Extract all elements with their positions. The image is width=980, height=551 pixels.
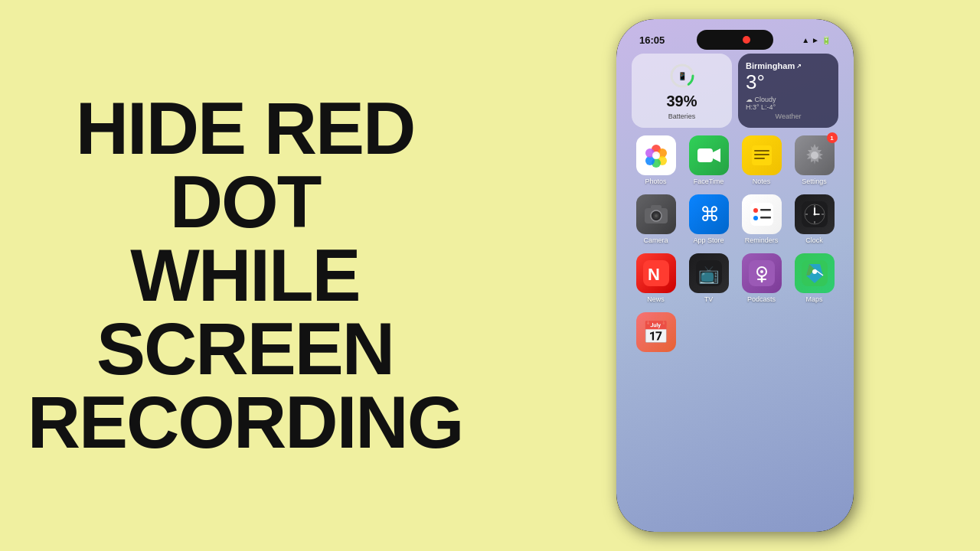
podcasts-label: Podcasts [747,295,776,303]
camera-icon [636,194,676,234]
recording-dot [743,36,750,44]
app-facetime[interactable]: FaceTime [684,135,733,185]
maps-icon [795,253,835,293]
status-time: 16:05 [639,34,665,46]
tv-icon: 📺 [689,253,729,293]
photos-label: Photos [645,178,666,185]
dynamic-island [697,30,773,50]
camera-label: Camera [643,236,668,244]
settings-badge: 1 [827,132,838,143]
app-settings[interactable]: 1 Settings [790,135,838,185]
svg-rect-14 [754,154,769,155]
svg-rect-23 [750,203,773,226]
svg-text:📱: 📱 [678,71,688,81]
app-clock[interactable]: Clock [790,194,838,244]
app-photos[interactable]: Photos [632,135,680,185]
partial-icon1: 📅 [636,312,676,352]
photos-icon [636,135,676,175]
svg-rect-18 [651,205,662,210]
app-maps[interactable]: Maps [790,253,838,303]
reminders-icon [742,194,782,234]
svg-rect-25 [760,209,771,211]
facetime-icon [689,135,729,175]
app-tv[interactable]: 📺 TV [684,253,733,303]
notes-label: Notes [753,178,771,185]
news-icon: N [636,253,676,293]
weather-label: Weather [746,112,831,120]
svg-point-9 [652,152,660,159]
battery-ring: 📱 [668,62,696,90]
appstore-icon: ⌘ [689,194,729,234]
app-grid-row3: N News 📺 TV [622,249,848,308]
notes-icon [742,135,782,175]
svg-rect-13 [754,150,769,152]
phone-mockup: 16:05 ▲ ► 🔋 📱 [616,19,854,532]
settings-label: Settings [802,178,827,185]
app-news[interactable]: N News [632,253,680,303]
status-icons: ▲ ► 🔋 [802,36,831,44]
svg-text:⌘: ⌘ [700,203,720,226]
phone-screen: 16:05 ▲ ► 🔋 📱 [616,19,854,532]
svg-text:📺: 📺 [698,264,720,285]
app-appstore[interactable]: ⌘ App Store [684,194,733,244]
podcasts-icon [742,253,782,293]
appstore-label: App Store [693,236,724,244]
widgets-row: 📱 39% Batteries Birmingham ↗ 3° ☁ Cloudy [622,51,848,131]
svg-rect-15 [754,158,765,159]
reminders-label: Reminders [745,236,779,244]
app-grid-row2: Camera ⌘ App Store [622,190,848,249]
app-grid-row4: 📅 [622,308,848,357]
svg-point-26 [753,216,758,220]
svg-point-50 [812,269,817,274]
wifi-icon: ► [812,36,819,44]
clock-label: Clock [805,236,823,244]
app-partial1[interactable]: 📅 [632,312,680,352]
battery-widget: 📱 39% Batteries [632,54,732,128]
weather-highlow: H:3° L:-4° [746,103,831,111]
svg-text:N: N [648,265,660,284]
app-grid-row1: Photos FaceTime [622,131,848,190]
weather-temp: 3° [746,70,831,94]
svg-point-36 [813,214,815,216]
tv-label: TV [704,295,714,303]
svg-point-24 [753,208,758,213]
svg-point-43 [760,270,763,273]
svg-rect-10 [697,148,713,162]
clock-icon [795,194,835,234]
weather-city: Birmingham ↗ [746,61,831,70]
app-camera[interactable]: Camera [632,194,680,244]
right-panel: 16:05 ▲ ► 🔋 📱 [490,0,980,551]
maps-label: Maps [805,295,822,303]
weather-widget: Birmingham ↗ 3° ☁ Cloudy H:3° L:-4° Weat… [738,54,838,128]
svg-rect-27 [760,217,771,219]
main-title: HIDE RED DOT WHILE SCREEN RECORDING [28,92,463,459]
app-notes[interactable]: Notes [737,135,786,185]
svg-marker-11 [713,148,720,162]
battery-label: Batteries [668,112,696,120]
signal-icon: ▲ [802,36,809,44]
weather-condition: ☁ Cloudy [746,96,831,103]
left-panel: HIDE RED DOT WHILE SCREEN RECORDING [0,0,490,551]
facetime-label: FaceTime [694,178,724,185]
svg-point-21 [655,214,658,217]
news-label: News [647,295,665,303]
settings-icon: 1 [795,135,835,175]
battery-percent: 39% [666,93,697,110]
battery-icon: 🔋 [822,36,831,44]
app-reminders[interactable]: Reminders [737,194,786,244]
app-podcasts[interactable]: Podcasts [737,253,786,303]
